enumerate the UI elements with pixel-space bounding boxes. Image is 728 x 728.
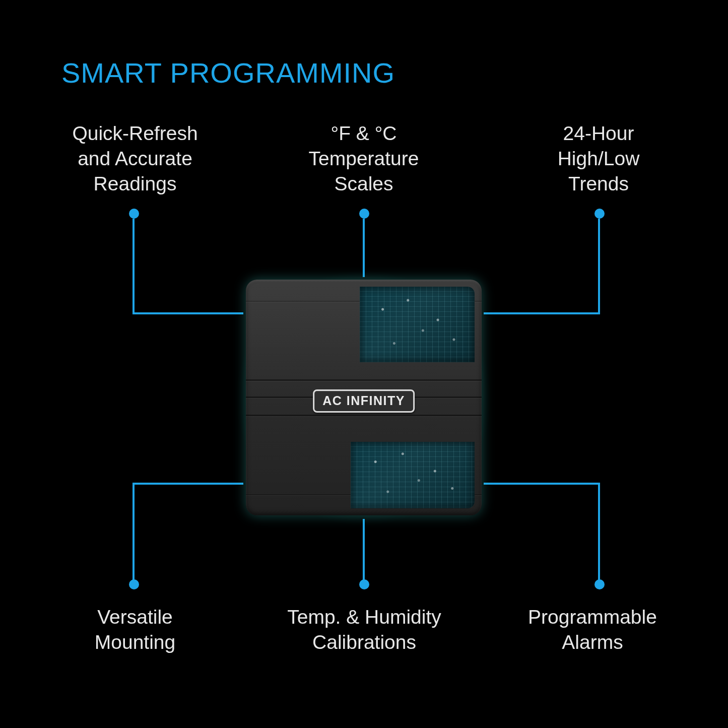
pcb-cutaway-icon bbox=[360, 287, 475, 362]
feature-calibrations: Temp. & HumidityCalibrations bbox=[271, 605, 457, 655]
diagram-title: SMART PROGRAMMING bbox=[61, 56, 395, 89]
brand-badge: AC INFINITY bbox=[313, 389, 415, 413]
feature-temp-scales: °F & °CTemperatureScales bbox=[283, 121, 444, 196]
callout-dot-icon bbox=[359, 209, 369, 219]
callout-connector bbox=[133, 483, 243, 485]
pcb-cutaway-icon bbox=[351, 442, 475, 508]
feature-quick-refresh: Quick-Refreshand AccurateReadings bbox=[54, 121, 216, 196]
callout-connector bbox=[363, 519, 365, 581]
callout-connector bbox=[598, 483, 600, 581]
product-device: AC INFINITY bbox=[246, 280, 482, 515]
callout-connector bbox=[484, 483, 600, 485]
feature-versatile-mounting: VersatileMounting bbox=[54, 605, 216, 655]
callout-connector bbox=[133, 483, 135, 581]
callout-connector bbox=[598, 219, 600, 314]
device-ridge bbox=[246, 379, 482, 381]
feature-programmable-alarms: ProgrammableAlarms bbox=[512, 605, 673, 655]
callout-dot-icon bbox=[129, 209, 139, 219]
callout-connector bbox=[363, 219, 365, 277]
feature-24h-trends: 24-HourHigh/LowTrends bbox=[518, 121, 679, 196]
callout-connector bbox=[133, 219, 135, 314]
callout-connector bbox=[133, 312, 243, 314]
callout-connector bbox=[484, 312, 600, 314]
callout-dot-icon bbox=[594, 209, 605, 219]
device-ridge bbox=[246, 415, 482, 416]
